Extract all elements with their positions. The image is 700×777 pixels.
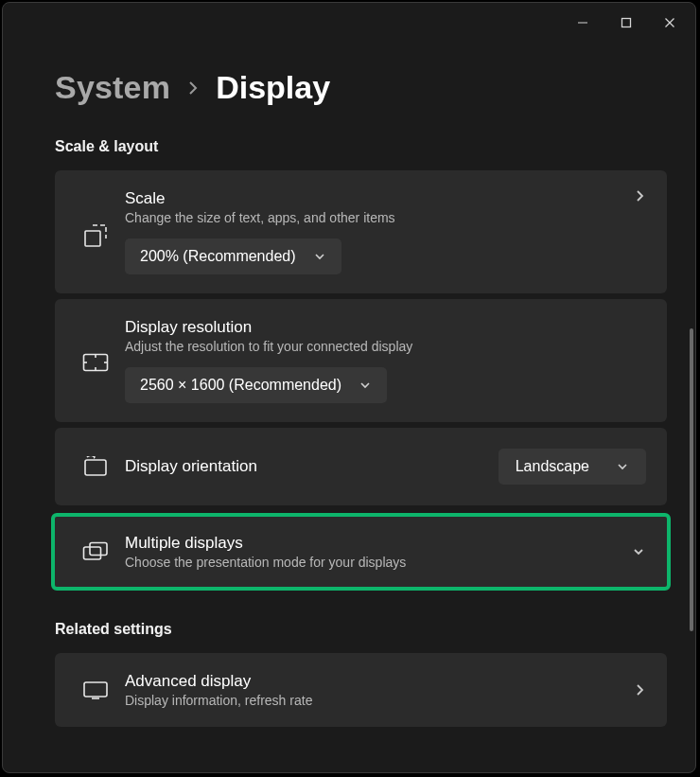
svg-rect-11: [84, 547, 101, 559]
setting-row-orientation[interactable]: Display orientation Landscape: [55, 428, 667, 505]
setting-row-advanced-display[interactable]: Advanced display Display information, re…: [55, 653, 667, 727]
multiple-displays-title: Multiple displays: [125, 534, 631, 553]
scale-icon: [76, 223, 115, 248]
orientation-value: Landscape: [516, 458, 589, 475]
orientation-title: Display orientation: [125, 457, 487, 476]
orientation-icon: [76, 456, 115, 477]
scale-title: Scale: [125, 189, 621, 208]
advanced-display-title: Advanced display: [125, 672, 621, 691]
advanced-display-subtitle: Display information, refresh rate: [125, 693, 621, 708]
settings-window: System Display Scale & layout Scale Chan: [2, 2, 696, 773]
window-titlebar: [3, 3, 695, 43]
chevron-down-icon: [631, 544, 646, 559]
resolution-value: 2560 × 1600 (Recommended): [140, 377, 341, 394]
chevron-right-icon: [187, 79, 199, 97]
resolution-dropdown[interactable]: 2560 × 1600 (Recommended): [125, 367, 387, 403]
svg-rect-12: [90, 543, 107, 556]
setting-row-resolution[interactable]: Display resolution Adjust the resolution…: [55, 299, 667, 422]
setting-row-multiple-displays[interactable]: Multiple displays Choose the presentatio…: [51, 513, 671, 591]
section-heading-scale-layout: Scale & layout: [55, 138, 667, 155]
chevron-down-icon: [359, 379, 372, 392]
multiple-displays-subtitle: Choose the presentation mode for your di…: [125, 555, 631, 570]
section-heading-related: Related settings: [55, 621, 667, 638]
scale-dropdown[interactable]: 200% (Recommended): [125, 238, 341, 274]
scrollbar-thumb[interactable]: [690, 328, 693, 631]
resolution-subtitle: Adjust the resolution to fit your connec…: [125, 339, 646, 354]
svg-rect-1: [622, 19, 631, 27]
page-content: System Display Scale & layout Scale Chan: [3, 69, 695, 727]
scale-value: 200% (Recommended): [140, 248, 296, 265]
svg-rect-4: [85, 231, 100, 246]
breadcrumb: System Display: [55, 69, 667, 106]
chevron-right-icon: [633, 189, 646, 203]
close-button[interactable]: [648, 8, 691, 38]
resolution-icon: [76, 352, 115, 373]
svg-rect-13: [84, 682, 107, 697]
minimize-button[interactable]: [561, 8, 604, 38]
breadcrumb-current: Display: [216, 69, 330, 106]
scale-subtitle: Change the size of text, apps, and other…: [125, 210, 621, 225]
maximize-button[interactable]: [604, 8, 648, 38]
chevron-down-icon: [313, 250, 326, 263]
resolution-title: Display resolution: [125, 318, 646, 337]
multiple-displays-icon: [76, 541, 115, 562]
setting-row-scale[interactable]: Scale Change the size of text, apps, and…: [55, 170, 667, 293]
monitor-icon: [76, 680, 115, 699]
chevron-right-icon: [633, 683, 646, 697]
svg-rect-10: [85, 460, 106, 475]
breadcrumb-parent[interactable]: System: [55, 69, 170, 106]
chevron-down-icon: [616, 460, 629, 473]
orientation-dropdown[interactable]: Landscape: [499, 449, 646, 485]
